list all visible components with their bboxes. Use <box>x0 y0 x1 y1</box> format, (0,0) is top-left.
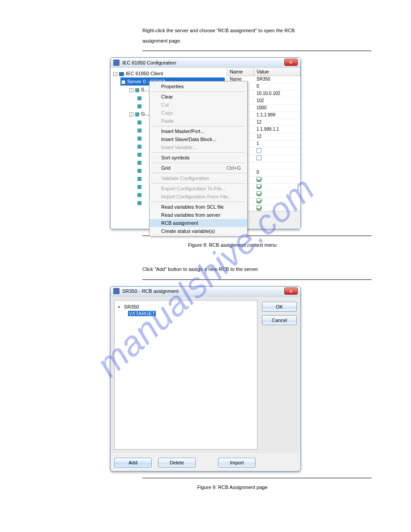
menu-paste: Paste <box>150 117 247 125</box>
rcb-assignment-window: SR350 - RCB assignment ▪ SR350 VXTARGET … <box>110 286 301 472</box>
menu-properties[interactable]: Properties <box>150 82 247 90</box>
window-title: SR350 - RCB assignment <box>122 288 179 294</box>
window-title: IEC 61850 Configuration <box>122 60 176 65</box>
rcb-selected-item[interactable]: VXTARGET <box>128 311 156 316</box>
rcb-tree[interactable]: ▪ SR350 VXTARGET <box>114 300 257 450</box>
step-4-text-line2: assignment page. <box>142 37 372 45</box>
menu-rcb-assignment[interactable]: RCB assignment <box>150 219 247 227</box>
col-name: Name <box>227 68 254 76</box>
divider <box>142 279 372 280</box>
cancel-button[interactable]: Cancel <box>262 315 297 325</box>
add-button[interactable]: Add <box>114 458 152 468</box>
close-icon[interactable] <box>284 59 298 66</box>
titlebar: SR350 - RCB assignment <box>111 287 300 296</box>
menu-insert-master[interactable]: Insert Master/Port... <box>150 127 247 135</box>
app-icon <box>113 60 120 66</box>
menu-import: Import Configuration From File... <box>150 193 247 201</box>
figure-9-caption: Figure 9: RCB Assignment page <box>93 485 372 490</box>
menu-create-status[interactable]: Create status variable(s) <box>150 227 247 235</box>
menu-clear[interactable]: Clear <box>150 93 247 101</box>
ok-button[interactable]: OK <box>262 302 297 312</box>
menu-read-scl[interactable]: Read variables from SCL file <box>150 203 247 211</box>
menu-read-server[interactable]: Read variables from server <box>150 211 247 219</box>
menu-cut: Cut <box>150 101 247 109</box>
menu-grid[interactable]: GridCtrl+G <box>150 164 247 172</box>
iec-config-window: IEC 61850 Configuration -IEC 61850 Clien… <box>110 57 301 229</box>
menu-sort-symbols[interactable]: Sort symbols <box>150 154 247 162</box>
divider <box>142 51 372 51</box>
menu-copy: Copy <box>150 109 247 117</box>
app-icon <box>113 288 120 294</box>
col-value: Value <box>254 68 300 76</box>
delete-button[interactable]: Delete <box>158 458 196 468</box>
menu-export: Export Configuration To File... <box>150 184 247 193</box>
menu-insert-variable: Insert Variable... <box>150 143 247 151</box>
divider <box>142 478 372 478</box>
menu-validate: Validate Configuration <box>150 174 247 182</box>
figure-8-caption: Figure 8: RCB assignment context menu <box>93 242 372 248</box>
step-5-text: Click "Add" button to assign a new RCB t… <box>142 266 372 273</box>
context-menu[interactable]: Properties Clear Cut Copy Paste Insert M… <box>149 81 248 236</box>
titlebar: IEC 61850 Configuration <box>111 58 300 68</box>
step-4-text-line1: Right-click the server and choose "RCB a… <box>142 27 372 34</box>
menu-insert-slave[interactable]: Insert Slave/Data Block... <box>150 135 247 143</box>
close-icon[interactable] <box>284 287 298 295</box>
import-button[interactable]: Import <box>218 458 256 468</box>
